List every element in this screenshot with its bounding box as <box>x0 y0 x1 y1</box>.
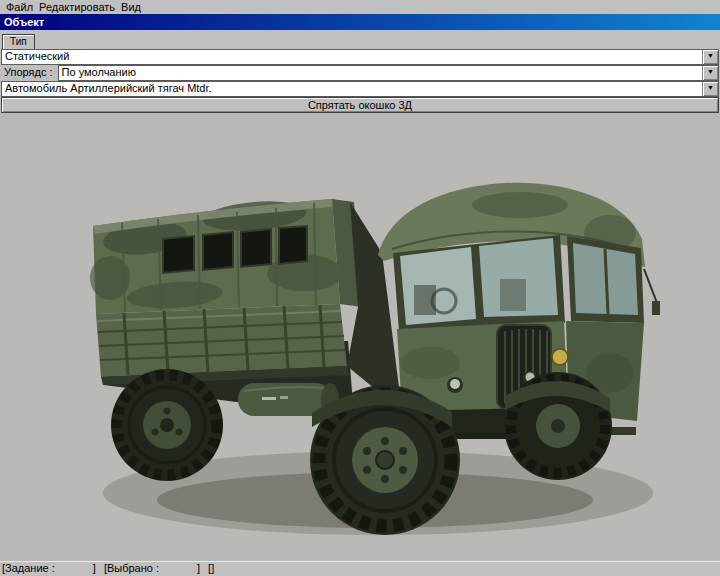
cargo-bed-side <box>96 304 349 385</box>
object-combo-row: Автомобиль Артиллерийский тягач Mtdr. ▼ <box>0 80 720 96</box>
tarp-window <box>163 236 194 273</box>
gas-detector-disc <box>552 349 568 365</box>
tarp-window <box>279 226 307 264</box>
type-combo-row: Статический ▼ <box>0 48 720 64</box>
menu-item-file[interactable]: Файл <box>3 0 36 14</box>
mirror <box>652 301 660 315</box>
cab-step <box>610 427 636 435</box>
type-dropdown-arrow-icon[interactable]: ▼ <box>702 50 718 64</box>
editor-screen: ФайлРедактироватьВид Объект Тип Статичес… <box>0 0 720 576</box>
status-task-close: ] <box>93 562 96 574</box>
order-combobox-value: По умолчанию <box>59 66 702 80</box>
status-task-open: [Задание : <box>2 562 55 574</box>
order-combo-row: Упорядс : По умолчанию ▼ <box>0 64 720 80</box>
status-bar: [Задание :][Выбрано :][] <box>0 561 720 576</box>
mirror-arm <box>644 269 657 303</box>
type-combobox[interactable]: Статический ▼ <box>1 49 719 65</box>
truck-3d-model <box>0 113 720 561</box>
status-empty-brackets: [] <box>208 562 214 574</box>
tab-bar: Тип <box>0 30 720 48</box>
hide-3d-window-button[interactable]: Спрятать окошко 3Д <box>1 97 719 113</box>
3d-viewport[interactable] <box>0 113 720 561</box>
tarp-window <box>241 229 271 267</box>
order-label: Упорядс : <box>0 65 57 80</box>
order-combobox[interactable]: По умолчанию ▼ <box>58 65 719 81</box>
type-combobox-value: Статический <box>2 50 702 64</box>
object-combobox-value: Автомобиль Артиллерийский тягач Mtdr. <box>2 82 702 96</box>
order-dropdown-arrow-icon[interactable]: ▼ <box>702 66 718 80</box>
object-window-title: Объект <box>4 16 44 28</box>
object-combobox[interactable]: Автомобиль Артиллерийский тягач Mtdr. ▼ <box>1 81 719 97</box>
menu-item-edit[interactable]: Редактировать <box>36 0 118 14</box>
object-dropdown-arrow-icon[interactable]: ▼ <box>702 82 718 96</box>
windshield-left-pane <box>400 247 476 325</box>
rear-wheel <box>111 369 223 481</box>
status-selected-open: [Выбрано : <box>104 562 159 574</box>
tab-type[interactable]: Тип <box>2 34 35 49</box>
cargo-tarp <box>90 198 362 314</box>
menu-item-view[interactable]: Вид <box>118 0 144 14</box>
status-selected-close: ] <box>197 562 200 574</box>
menu-bar: ФайлРедактироватьВид <box>0 0 720 14</box>
object-window-titlebar[interactable]: Объект <box>0 14 720 30</box>
tarp-window <box>203 232 233 270</box>
